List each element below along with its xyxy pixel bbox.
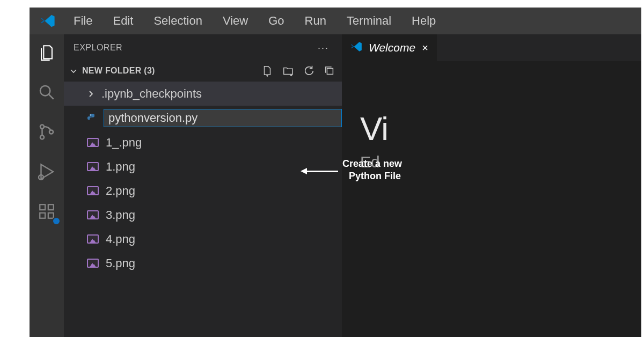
main-area: EXPLORER ··· NEW FOLDER (3): [30, 34, 641, 337]
collapse-all-icon[interactable]: [324, 65, 335, 77]
extensions-update-badge-icon: [52, 217, 61, 225]
menu-help[interactable]: Help: [409, 13, 438, 29]
tree-item-label: 3.png: [106, 208, 135, 222]
menu-file[interactable]: File: [71, 13, 94, 29]
tree-folder-ipynb-checkpoints[interactable]: .ipynb_checkpoints: [64, 82, 342, 106]
svg-rect-9: [48, 204, 54, 210]
editor-area: Welcome × Vi Ed: [342, 34, 641, 337]
tree-file-1underscore-png[interactable]: 1_.png: [64, 130, 342, 155]
svg-line-1: [49, 94, 54, 99]
new-file-row: [64, 106, 342, 130]
chevron-down-icon: [69, 67, 78, 75]
menu-selection[interactable]: Selection: [151, 13, 204, 29]
source-control-icon[interactable]: [36, 121, 57, 143]
svg-rect-6: [40, 204, 45, 210]
vscode-logo-icon: [40, 13, 55, 28]
menu-edit[interactable]: Edit: [111, 13, 135, 29]
tree-file-3-png[interactable]: 3.png: [64, 203, 342, 227]
refresh-icon[interactable]: [303, 65, 315, 77]
extensions-icon-wrap: [36, 201, 57, 222]
workspace-folder-label: NEW FOLDER (3): [82, 66, 155, 76]
folder-header-left: NEW FOLDER (3): [69, 66, 155, 76]
svg-point-2: [40, 125, 44, 129]
close-icon[interactable]: ×: [422, 42, 428, 54]
folder-header[interactable]: NEW FOLDER (3): [64, 61, 342, 80]
welcome-editor: Vi Ed: [342, 61, 641, 337]
new-file-name-input[interactable]: [104, 109, 342, 127]
svg-rect-14: [327, 68, 333, 74]
sidebar-more-icon[interactable]: ···: [318, 42, 332, 54]
svg-rect-8: [48, 213, 54, 218]
image-file-icon: [86, 136, 99, 149]
sidebar-title: EXPLORER: [74, 43, 122, 53]
sidebar-header: EXPLORER ···: [64, 34, 342, 61]
svg-point-0: [40, 86, 50, 95]
svg-point-3: [40, 135, 44, 139]
tree-file-2-png[interactable]: 2.png: [64, 179, 342, 203]
activity-bar: [30, 34, 64, 337]
new-file-icon[interactable]: [261, 65, 273, 77]
search-icon[interactable]: [36, 82, 57, 103]
run-debug-icon[interactable]: [36, 161, 57, 182]
tree-item-label: 4.png: [106, 232, 135, 246]
vscode-window: File Edit Selection View Go Run Terminal…: [30, 8, 641, 337]
image-file-icon: [86, 185, 99, 197]
menu-run[interactable]: Run: [303, 13, 328, 29]
image-file-icon: [86, 257, 99, 270]
svg-rect-7: [40, 213, 45, 218]
tab-welcome[interactable]: Welcome ×: [342, 34, 437, 61]
svg-point-15: [90, 115, 91, 116]
folder-toolbar: [261, 65, 335, 77]
welcome-heading: Vi: [360, 109, 641, 148]
chevron-right-icon: [86, 90, 95, 98]
tree-item-label: 2.png: [106, 184, 135, 198]
new-folder-icon[interactable]: [282, 65, 295, 77]
tree-file-4-png[interactable]: 4.png: [64, 227, 342, 251]
tree-item-label: 5.png: [106, 256, 135, 270]
tree-item-label: .ipynb_checkpoints: [101, 87, 202, 101]
vscode-logo-icon: [350, 41, 362, 55]
tree-item-label: 1.png: [106, 160, 135, 174]
image-file-icon: [86, 233, 99, 246]
image-file-icon: [86, 160, 99, 173]
welcome-subheading: Ed: [360, 153, 641, 171]
svg-point-4: [49, 130, 53, 134]
tree-file-5-png[interactable]: 5.png: [64, 251, 342, 275]
python-file-icon: [86, 112, 97, 124]
tab-bar: Welcome ×: [342, 34, 641, 61]
tree-file-1-png[interactable]: 1.png: [64, 155, 342, 179]
title-bar: File Edit Selection View Go Run Terminal…: [30, 8, 641, 34]
tab-label: Welcome: [369, 41, 415, 54]
image-file-icon: [86, 209, 99, 222]
file-tree: .ipynb_checkpoints 1_.png 1.png: [64, 80, 342, 275]
menu-go[interactable]: Go: [266, 13, 286, 29]
explorer-sidebar: EXPLORER ··· NEW FOLDER (3): [64, 34, 342, 337]
menu-view[interactable]: View: [221, 13, 250, 29]
explorer-icon[interactable]: [36, 42, 57, 63]
tree-item-label: 1_.png: [106, 136, 142, 150]
menu-terminal[interactable]: Terminal: [345, 13, 393, 29]
